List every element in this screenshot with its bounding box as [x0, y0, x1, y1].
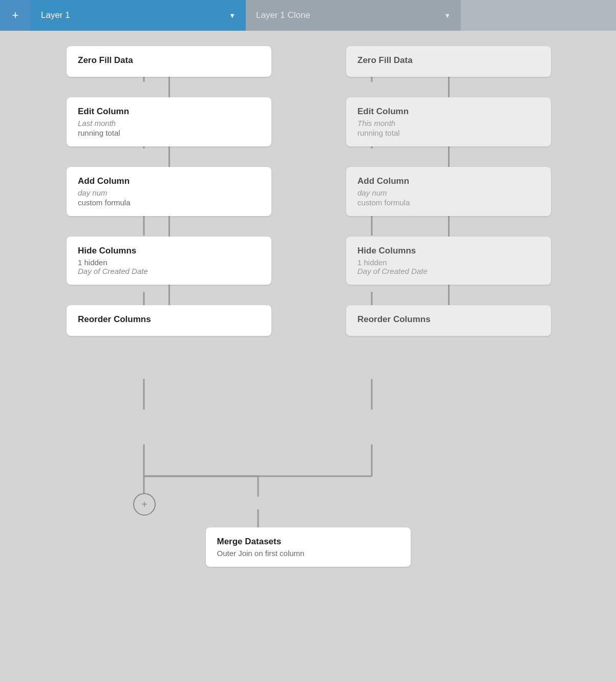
- pipeline-col-layer1: Zero Fill Data Edit Column Last month ru…: [41, 46, 297, 336]
- node-hide-col-2[interactable]: Hide Columns 1 hidden Day of Created Dat…: [346, 237, 551, 285]
- node-hide-col-2-subtitle: Day of Created Date: [357, 267, 540, 275]
- node-hide-col-2-count: 1 hidden: [357, 258, 540, 267]
- connector-1b: [168, 146, 170, 167]
- node-hide-col-2-title: Hide Columns: [357, 246, 540, 256]
- node-edit-col-2-subtitle: This month: [357, 119, 540, 127]
- node-add-col-2-title: Add Column: [357, 176, 540, 186]
- connector-2a: [448, 77, 450, 97]
- node-hide-col-1-title: Hide Columns: [78, 246, 260, 256]
- tab1-label: Layer 1: [41, 10, 70, 20]
- node-edit-col-2-title: Edit Column: [357, 106, 540, 117]
- connector-1d: [168, 285, 170, 305]
- header: + Layer 1 ▼ Layer 1 Clone ▼: [0, 0, 616, 31]
- node-edit-col-2[interactable]: Edit Column This month running total: [346, 97, 551, 146]
- node-edit-col-2-detail: running total: [357, 129, 540, 137]
- canvas: Zero Fill Data Edit Column Last month ru…: [0, 31, 616, 682]
- node-zero-fill-2[interactable]: Zero Fill Data: [346, 46, 551, 77]
- connector-2b: [448, 146, 450, 167]
- connector-1a: [168, 77, 170, 97]
- connector-1c: [168, 216, 170, 237]
- node-add-col-1-subtitle: day num: [78, 188, 260, 197]
- node-add-col-2-subtitle: day num: [357, 188, 540, 197]
- node-zero-fill-1[interactable]: Zero Fill Data: [67, 46, 271, 77]
- connector-2d: [448, 285, 450, 305]
- connector-2c: [448, 216, 450, 237]
- tab-layer1[interactable]: Layer 1 ▼: [31, 0, 246, 31]
- node-edit-col-1-title: Edit Column: [78, 106, 260, 117]
- node-reorder-col-1-title: Reorder Columns: [78, 314, 260, 325]
- node-reorder-col-2-title: Reorder Columns: [357, 314, 540, 325]
- node-merge-datasets[interactable]: Merge Datasets Outer Join on first colum…: [206, 527, 411, 567]
- node-add-col-1-detail: custom formula: [78, 198, 260, 207]
- pipeline-col-layer1-clone: Zero Fill Data Edit Column This month ru…: [321, 46, 577, 336]
- node-edit-col-1[interactable]: Edit Column Last month running total: [67, 97, 271, 146]
- node-hide-col-1[interactable]: Hide Columns 1 hidden Day of Created Dat…: [67, 237, 271, 285]
- add-layer-button[interactable]: +: [0, 0, 31, 31]
- node-add-col-1[interactable]: Add Column day num custom formula: [67, 167, 271, 216]
- tab-layer1-clone[interactable]: Layer 1 Clone ▼: [246, 0, 461, 31]
- node-hide-col-1-subtitle: Day of Created Date: [78, 267, 260, 275]
- node-zero-fill-1-title: Zero Fill Data: [78, 55, 260, 66]
- node-reorder-col-2[interactable]: Reorder Columns: [346, 305, 551, 336]
- add-merge-button[interactable]: +: [133, 493, 156, 516]
- tab1-arrow-icon: ▼: [229, 12, 236, 19]
- node-add-col-1-title: Add Column: [78, 176, 260, 186]
- plus-merge-icon: +: [141, 499, 147, 510]
- node-zero-fill-2-title: Zero Fill Data: [357, 55, 540, 66]
- node-merge-title: Merge Datasets: [217, 537, 399, 547]
- node-merge-detail: Outer Join on first column: [217, 549, 399, 558]
- tab2-arrow-icon: ▼: [444, 12, 451, 19]
- node-hide-col-1-count: 1 hidden: [78, 258, 260, 267]
- plus-icon: +: [12, 9, 19, 22]
- node-edit-col-1-subtitle: Last month: [78, 119, 260, 127]
- node-add-col-2-detail: custom formula: [357, 198, 540, 207]
- tab2-label: Layer 1 Clone: [256, 10, 310, 20]
- node-reorder-col-1[interactable]: Reorder Columns: [67, 305, 271, 336]
- node-add-col-2[interactable]: Add Column day num custom formula: [346, 167, 551, 216]
- node-edit-col-1-detail: running total: [78, 129, 260, 137]
